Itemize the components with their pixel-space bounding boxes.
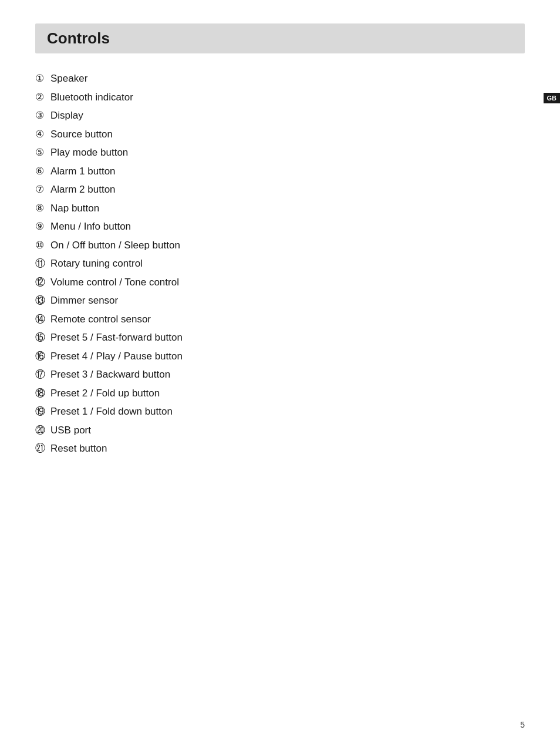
item-label: Volume control / Tone control: [50, 275, 179, 290]
item-number: ⑦: [35, 182, 48, 197]
item-number: ⑲: [35, 404, 48, 419]
item-label: Alarm 2 button: [50, 182, 116, 197]
item-label: Bluetooth indicator: [50, 90, 133, 105]
item-label: Speaker: [50, 71, 87, 86]
item-number: ⑳: [35, 423, 48, 438]
item-label: Display: [50, 108, 83, 123]
item-label: Dimmer sensor: [50, 293, 118, 308]
item-number: ④: [35, 127, 48, 142]
item-label: Preset 4 / Play / Pause button: [50, 349, 183, 364]
item-label: Reset button: [50, 441, 107, 456]
item-label: Nap button: [50, 201, 99, 216]
list-item: ③Display: [35, 108, 525, 123]
item-number: ⑨: [35, 219, 48, 234]
item-number: ⑭: [35, 312, 48, 327]
list-item: ①Speaker: [35, 71, 525, 86]
item-number: ⑩: [35, 238, 48, 253]
list-item: ⑮Preset 5 / Fast-forward button: [35, 330, 525, 345]
list-item: ⑩On / Off button / Sleep button: [35, 238, 525, 253]
list-item: ⑲Preset 1 / Fold down button: [35, 404, 525, 419]
item-number: ⑥: [35, 164, 48, 179]
list-item: ⑭Remote control sensor: [35, 312, 525, 327]
item-label: Preset 5 / Fast-forward button: [50, 330, 183, 345]
item-number: ⑤: [35, 145, 48, 160]
item-label: Play mode button: [50, 145, 128, 160]
page-number: 5: [520, 720, 525, 729]
item-number: ⑧: [35, 201, 48, 216]
page-title: Controls: [47, 29, 110, 47]
list-item: ⑫Volume control / Tone control: [35, 275, 525, 290]
item-label: Source button: [50, 127, 113, 142]
item-number: ②: [35, 90, 48, 105]
header-bar: Controls: [35, 23, 525, 53]
item-number: ⑬: [35, 293, 48, 308]
item-number: ㉑: [35, 441, 48, 456]
list-item: ⑪Rotary tuning control: [35, 256, 525, 271]
list-item: ⑰Preset 3 / Backward button: [35, 367, 525, 382]
controls-list: ①Speaker②Bluetooth indicator③Display④Sou…: [35, 71, 525, 456]
list-item: ⑱Preset 2 / Fold up button: [35, 386, 525, 401]
item-label: Preset 2 / Fold up button: [50, 386, 160, 401]
list-item: ②Bluetooth indicator: [35, 90, 525, 105]
list-item: ⑦Alarm 2 button: [35, 182, 525, 197]
list-item: ④Source button: [35, 127, 525, 142]
item-number: ①: [35, 71, 48, 86]
list-item: ⑬Dimmer sensor: [35, 293, 525, 308]
list-item: ⑤Play mode button: [35, 145, 525, 160]
list-item: ㉑Reset button: [35, 441, 525, 456]
page-container: Controls GB ①Speaker②Bluetooth indicator…: [0, 0, 560, 747]
list-item: ⑧Nap button: [35, 201, 525, 216]
item-number: ⑯: [35, 349, 48, 364]
list-item: ⑥Alarm 1 button: [35, 164, 525, 179]
item-number: ⑮: [35, 330, 48, 345]
item-label: On / Off button / Sleep button: [50, 238, 180, 253]
item-number: ③: [35, 108, 48, 123]
item-label: Preset 1 / Fold down button: [50, 404, 173, 419]
item-label: Alarm 1 button: [50, 164, 116, 179]
item-number: ⑪: [35, 256, 48, 271]
item-label: Menu / Info button: [50, 219, 131, 234]
item-label: Rotary tuning control: [50, 256, 143, 271]
item-label: Preset 3 / Backward button: [50, 367, 170, 382]
item-number: ⑱: [35, 386, 48, 401]
item-label: Remote control sensor: [50, 312, 151, 327]
item-number: ⑰: [35, 367, 48, 382]
item-label: USB port: [50, 423, 91, 438]
gb-badge: GB: [544, 93, 561, 103]
item-number: ⑫: [35, 275, 48, 290]
list-item: ⑯Preset 4 / Play / Pause button: [35, 349, 525, 364]
list-item: ⑳USB port: [35, 423, 525, 438]
list-item: ⑨Menu / Info button: [35, 219, 525, 234]
